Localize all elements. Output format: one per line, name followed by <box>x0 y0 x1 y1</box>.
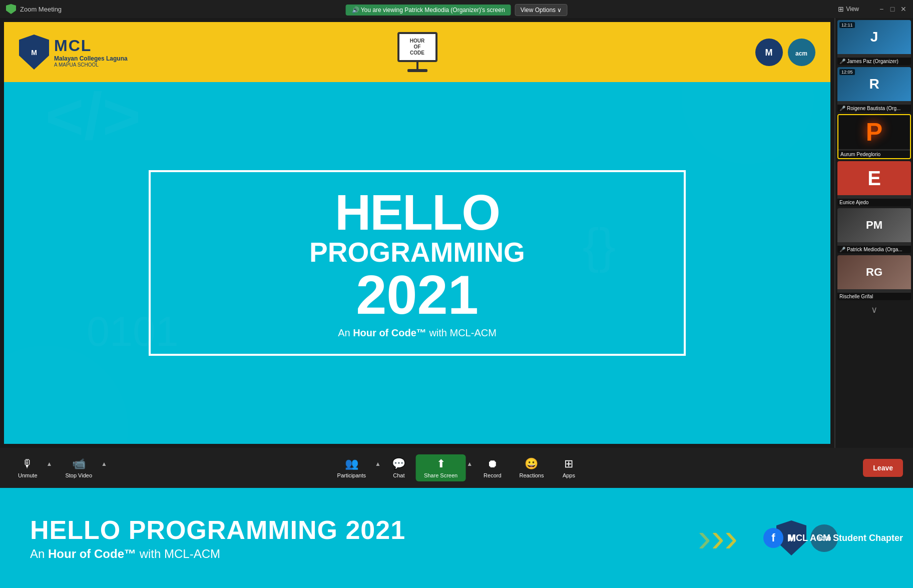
banner-text-area: HELLO PROGRAMMING 2021 An Hour of Code™ … <box>30 515 883 561</box>
toolbar-center: 👥 Participants ▲ 💬 Chat ⬆ Share Screen ▲… <box>329 454 584 481</box>
computer-icon: HOUR OF CODE <box>397 32 437 72</box>
share-screen-arrow-icon[interactable]: ▲ <box>466 459 474 468</box>
unmute-group: 🎙 Unmute ▲ <box>10 454 53 481</box>
participant-name-bar: 🎤 James Paz (Organizer) <box>837 58 911 65</box>
chat-label: Chat <box>393 472 404 478</box>
record-button[interactable]: ⏺ Record <box>476 454 509 481</box>
participant-tile[interactable]: RG Rischelle Grifal <box>837 255 911 300</box>
participant-name-bar: Eunice Ajedo <box>837 199 911 206</box>
participant-name: Rischelle Grifal <box>839 294 873 299</box>
mcl-shield-icon: M <box>19 35 49 70</box>
unmute-label: Unmute <box>18 472 38 478</box>
facebook-page-name: MCL ACM Student Chapter <box>788 533 903 543</box>
hello-text: HELLO <box>181 187 654 237</box>
zoom-shield-icon <box>6 4 16 14</box>
speaker-icon: 🎤 <box>839 59 845 64</box>
slide-content-box: HELLO PROGRAMMING 2021 An Hour of Code™ … <box>149 170 686 356</box>
bottom-banner: HELLO PROGRAMMING 2021 An Hour of Code™ … <box>0 488 913 588</box>
share-screen-group: ⬆ Share Screen ▲ <box>416 454 474 481</box>
participant-tile[interactable]: E Eunice Ajedo <box>837 161 911 206</box>
share-screen-button[interactable]: ⬆ Share Screen <box>416 454 466 481</box>
chat-icon: 💬 <box>392 457 405 470</box>
maximize-button[interactable]: □ <box>889 6 896 13</box>
stop-video-label: Stop Video <box>65 472 92 478</box>
title-bar-controls: ⊞ View − □ ✕ <box>828 5 907 13</box>
participant-video: PM <box>837 208 911 242</box>
facebook-icon: f <box>763 528 783 548</box>
participant-tile[interactable]: 12:11 J 🎤 James Paz (Organizer) <box>837 20 911 65</box>
participants-group: 👥 Participants ▲ <box>329 454 382 481</box>
slide-container: M MCL Malayan Colleges Laguna A MAPUA SC… <box>4 22 830 444</box>
apps-icon: ⊞ <box>564 457 573 470</box>
svg-point-8 <box>4 346 128 444</box>
chat-button[interactable]: 💬 Chat <box>384 454 414 481</box>
header-logos: M acm <box>755 39 815 66</box>
participant-name: Eunice Ajedo <box>839 200 868 205</box>
year-text: 2021 <box>181 267 654 322</box>
leave-button[interactable]: Leave <box>863 459 903 477</box>
monitor-base <box>407 69 427 72</box>
close-button[interactable]: ✕ <box>900 6 907 13</box>
monitor-text: HOUR OF CODE <box>410 38 424 56</box>
apps-label: Apps <box>563 472 575 478</box>
svg-text:M: M <box>31 49 37 57</box>
camera-arrow-icon[interactable]: ▲ <box>100 459 108 468</box>
participants-icon: 👥 <box>345 457 358 470</box>
mic-icon: 🎙 <box>22 457 33 470</box>
participants-arrow-icon[interactable]: ▲ <box>374 459 382 468</box>
record-icon: ⏺ <box>487 457 498 470</box>
participant-tile[interactable]: P Aurum Pedeglorio <box>837 114 911 159</box>
window-title: Zoom Meeting <box>20 6 62 13</box>
slide-wrapper: M MCL Malayan Colleges Laguna A MAPUA SC… <box>0 18 834 448</box>
reactions-button[interactable]: 😀 Reactions <box>512 454 552 481</box>
content-area: M MCL Malayan Colleges Laguna A MAPUA SC… <box>0 18 913 448</box>
minimize-button[interactable]: − <box>878 6 885 13</box>
participants-button[interactable]: 👥 Participants <box>329 454 374 481</box>
apps-button[interactable]: ⊞ Apps <box>554 454 584 481</box>
participants-label: Participants <box>337 472 366 478</box>
speaker-icon: 🎤 <box>839 247 845 252</box>
slide-header: M MCL Malayan Colleges Laguna A MAPUA SC… <box>4 22 830 82</box>
notification-bar: 🔊 You are viewing Patrick Mediodia (Orga… <box>346 4 568 16</box>
unmute-button[interactable]: 🎙 Unmute <box>10 454 46 481</box>
share-screen-label: Share Screen <box>424 472 458 478</box>
speaker-icon: 🎤 <box>839 106 845 111</box>
camera-icon: 📹 <box>72 457 86 470</box>
computer-icon-area: HOUR OF CODE <box>397 32 437 72</box>
time-badge: 12:11 <box>839 22 855 28</box>
screen-share-badge: 🔊 You are viewing Patrick Mediodia (Orga… <box>346 5 511 16</box>
monitor: HOUR OF CODE <box>397 32 437 62</box>
participant-name: James Paz (Organizer) <box>847 59 898 64</box>
programming-text: PROGRAMMING <box>181 237 654 268</box>
participant-name: Aurum Pedeglorio <box>840 152 880 157</box>
mcl-logo: M MCL Malayan Colleges Laguna A MAPUA SC… <box>19 35 128 70</box>
participant-name: Roigene Bautista (Org... <box>847 106 900 111</box>
svg-text:acm: acm <box>795 50 807 57</box>
participant-video: RG <box>837 255 911 289</box>
stop-video-group: 📹 Stop Video ▲ <box>57 454 108 481</box>
participant-video: 12:11 J <box>837 20 911 54</box>
view-options-button[interactable]: View Options ∨ <box>515 4 568 16</box>
m-logo-icon: M <box>755 39 783 66</box>
participant-tile[interactable]: PM 🎤 Patrick Mediodia (Orga... <box>837 208 911 253</box>
participant-video: 12:05 R <box>837 67 911 101</box>
toolbar: 🎙 Unmute ▲ 📹 Stop Video ▲ 👥 Participants… <box>0 448 913 488</box>
participant-name-bar: Aurum Pedeglorio <box>838 151 910 158</box>
monitor-stand <box>416 62 418 69</box>
slide-subtitle: An Hour of Code™ with MCL-ACM <box>181 327 654 339</box>
participant-name-bar: Rischelle Grifal <box>837 293 911 300</box>
mic-arrow-icon[interactable]: ▲ <box>46 459 54 468</box>
screen-share-content: M MCL Malayan Colleges Laguna A MAPUA SC… <box>4 22 830 444</box>
participant-name-bar: 🎤 Roigene Bautista (Org... <box>837 105 911 112</box>
scroll-down-indicator[interactable]: ∨ <box>837 302 911 317</box>
reactions-icon: 😀 <box>525 457 538 470</box>
view-button[interactable]: ⊞ View <box>838 5 859 13</box>
title-bar: Zoom Meeting ⊞ View − □ ✕ 🔊 You are view… <box>0 0 913 18</box>
participant-tile[interactable]: 12:05 R 🎤 Roigene Bautista (Org... <box>837 67 911 112</box>
banner-title: HELLO PROGRAMMING 2021 <box>30 515 883 545</box>
stop-video-button[interactable]: 📹 Stop Video <box>57 454 100 481</box>
participant-name: Patrick Mediodia (Orga... <box>847 247 902 252</box>
slide-main: </> {} 0101 HELLO PROGRAMMING 2021 An Ho… <box>4 82 830 444</box>
svg-text:M: M <box>765 48 773 58</box>
acm-logo-icon: acm <box>788 39 815 66</box>
